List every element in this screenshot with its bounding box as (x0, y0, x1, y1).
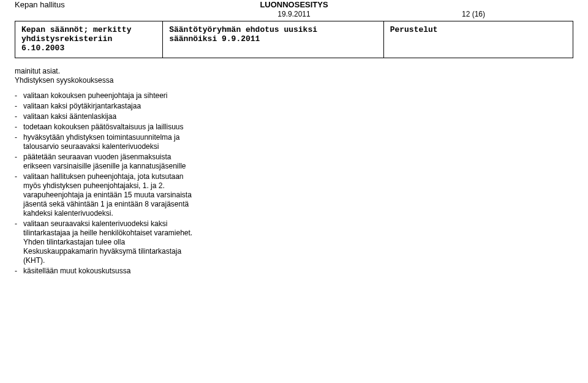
header-table: Kepan säännöt; merkitty yhdistysrekister… (15, 21, 573, 58)
page-header: Kepan hallitus LUONNOSESITYS 19.9.2011 1… (0, 0, 588, 21)
list-item: käsitellään muut kokouskutsussa (15, 267, 198, 276)
author-text: Kepan hallitus (15, 0, 65, 9)
col1-line2: yhdistysrekisteriin (21, 34, 156, 44)
body-intro: mainitut asiat. Yhdistyksen syyskokoukse… (15, 67, 198, 85)
intro-line2: Yhdistyksen syyskokouksessa (15, 76, 113, 85)
list-item: todetaan kokouksen päätösvaltaisuus ja l… (15, 123, 198, 132)
col1-line3: 6.10.2003 (21, 44, 156, 53)
table-col3: Perustelut (383, 21, 573, 58)
header-table-wrap: Kepan säännöt; merkitty yhdistysrekister… (15, 21, 573, 58)
list-item: valitaan seuraavaksi kalenterivuodeksi k… (15, 219, 198, 265)
list-item: valitaan kaksi ääntenlaskijaa (15, 112, 198, 121)
intro-line1: mainitut asiat. (15, 67, 60, 75)
header-date: 19.9.2011 (277, 10, 310, 18)
list-item: valitaan kaksi pöytäkirjantarkastajaa (15, 102, 198, 111)
list-item: valitaan hallituksen puheenjohtaja, jota… (15, 172, 198, 218)
col3-line1: Perustelut (390, 25, 567, 34)
col2-line2: säännöiksi 9.9.2011 (169, 34, 377, 44)
body-list: valitaan kokouksen puheenjohtaja ja siht… (15, 91, 198, 276)
table-col1: Kepan säännöt; merkitty yhdistysrekister… (15, 21, 163, 58)
col1-line1: Kepan säännöt; merkitty (21, 25, 156, 34)
list-item: päätetään seuraavan vuoden jäsenmaksuist… (15, 153, 198, 171)
draft-title: LUONNOSESITYS (260, 0, 328, 9)
table-col2: Sääntötyöryhmän ehdotus uusiksi säännöik… (163, 21, 383, 58)
list-item: valitaan kokouksen puheenjohtaja ja siht… (15, 91, 198, 100)
col2-line1: Sääntötyöryhmän ehdotus uusiksi (169, 25, 377, 34)
page-number: 12 (16) (462, 10, 485, 18)
body-block: mainitut asiat. Yhdistyksen syyskokoukse… (15, 67, 198, 276)
list-item: hyväksytään yhdistyksen toimintasuunnite… (15, 133, 198, 151)
